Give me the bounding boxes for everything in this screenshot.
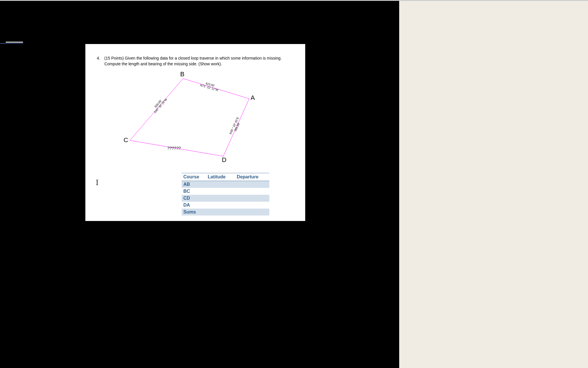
vertex-c: C (124, 136, 128, 144)
cell-departure (235, 188, 269, 195)
cell-latitude (206, 181, 235, 188)
table-row: CD (182, 195, 269, 202)
cell-departure (235, 195, 269, 202)
header-latitude: Latitude (206, 173, 235, 181)
question-number: 4. (97, 56, 103, 61)
vertex-d: D (222, 156, 226, 164)
vertex-a: A (251, 94, 255, 102)
cell-departure (235, 202, 269, 209)
ribbon-white-segment (6, 42, 23, 43)
cell-course: CD (182, 195, 206, 202)
black-region-right (305, 44, 399, 221)
cell-latitude (206, 188, 235, 195)
cell-course: DA (182, 202, 206, 209)
app-right-pane (399, 1, 588, 368)
table-row: DA (182, 202, 269, 209)
black-region-bottom (0, 221, 399, 368)
table-row-sums: Sums (182, 209, 269, 216)
black-region-top (0, 1, 399, 44)
header-departure: Departure (235, 173, 269, 181)
vertex-b: B (180, 70, 185, 78)
document-page: 4. (15 Points) Given the following data … (85, 44, 305, 221)
cell-latitude (206, 202, 235, 209)
table-row: BC (182, 188, 269, 195)
traverse-diagram: A B C D 423.00' N71° 22' 11"W 500.00' S4… (103, 70, 264, 168)
table-header-row: Course Latitude Departure (182, 173, 269, 181)
edge-cd-unknown: ?????? (167, 146, 181, 150)
data-table: Course Latitude Departure AB BC CD (182, 173, 269, 216)
table-row: AB (182, 181, 269, 188)
black-region-left (0, 44, 85, 221)
ribbon-accent-line (0, 43, 23, 44)
cell-departure (235, 209, 269, 216)
text-cursor (97, 180, 97, 185)
cell-course: Sums (182, 209, 206, 216)
traverse-table: Course Latitude Departure AB BC CD (182, 173, 269, 216)
cell-latitude (206, 209, 235, 216)
cell-latitude (206, 195, 235, 202)
cell-course: BC (182, 188, 206, 195)
cell-departure (235, 181, 269, 188)
cell-course: AB (182, 181, 206, 188)
header-course: Course (182, 173, 206, 181)
question-block: 4. (15 Points) Given the following data … (97, 56, 294, 67)
traverse-polygon (130, 79, 249, 156)
question-text: (15 Points) Given the following data for… (104, 56, 291, 67)
